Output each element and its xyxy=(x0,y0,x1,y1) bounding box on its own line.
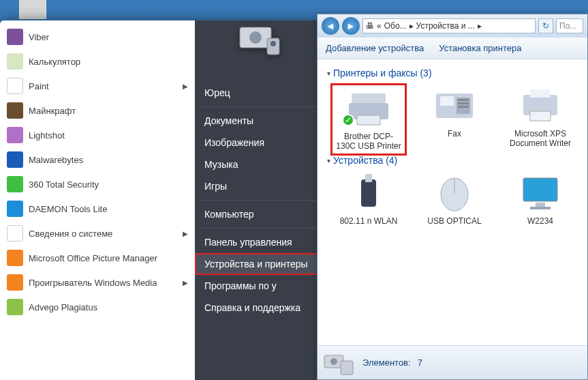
group-header[interactable]: ▾ Устройства (4) xyxy=(327,155,583,166)
svg-rect-17 xyxy=(365,174,372,182)
group-title: Устройства (4) xyxy=(333,155,397,166)
start-menu-item-label: Microsoft Office Picture Manager xyxy=(29,253,157,263)
app-icon xyxy=(7,250,23,266)
device-item[interactable]: W2234 xyxy=(504,173,576,226)
chevron-right-icon: ▸ xyxy=(409,21,414,31)
device-item[interactable]: ✓ Brother DCP-130C USB Printer xyxy=(332,85,405,154)
collapse-icon: ▾ xyxy=(327,157,330,164)
svg-rect-22 xyxy=(530,207,551,209)
nav-back-button[interactable]: ◄ xyxy=(322,17,339,35)
start-menu-item[interactable]: 360 Total Security xyxy=(1,172,194,196)
svg-point-24 xyxy=(330,358,337,365)
start-menu-place[interactable]: Программы по у xyxy=(195,275,322,297)
start-menu-item[interactable]: Paint ▶ xyxy=(1,74,194,98)
start-menu-item[interactable]: DAEMON Tools Lite xyxy=(1,196,194,221)
devices-folder-icon xyxy=(323,350,356,376)
separator xyxy=(200,106,316,107)
search-input[interactable]: По... xyxy=(556,18,583,33)
start-menu-place[interactable]: Изображения xyxy=(195,132,322,154)
app-icon xyxy=(7,274,23,291)
start-menu-item[interactable]: Сведения о системе ▶ xyxy=(1,221,194,246)
status-bar: Элементов: 7 xyxy=(318,345,587,379)
submenu-arrow-icon: ▶ xyxy=(183,230,188,237)
start-menu-item-label: 360 Total Security xyxy=(29,179,99,190)
start-menu-item[interactable]: Lightshot xyxy=(1,123,194,147)
addr-seg[interactable]: Обо... xyxy=(384,21,407,31)
svg-rect-20 xyxy=(523,178,557,201)
app-icon xyxy=(7,102,23,119)
start-menu-item-label: Malwarebytes xyxy=(29,155,83,165)
user-picture-icon xyxy=(234,20,282,59)
start-menu-item[interactable]: Проигрыватель Windows Media ▶ xyxy=(1,270,194,295)
svg-rect-25 xyxy=(341,361,353,375)
start-menu-place[interactable]: Игры xyxy=(195,175,322,197)
separator xyxy=(200,200,316,201)
explorer-window: ◄ ► 🖶 « Обо... ▸ Устройства и ... ▸ ↻ По… xyxy=(317,14,588,380)
submenu-arrow-icon: ▶ xyxy=(183,279,188,287)
device-item[interactable]: 802.11 n WLAN xyxy=(332,173,405,226)
addr-seg[interactable]: « xyxy=(377,21,382,31)
svg-rect-15 xyxy=(530,111,551,121)
start-menu-item[interactable]: Advego Plagiatus xyxy=(1,295,194,319)
status-count: 7 xyxy=(418,357,422,368)
start-menu-item-label: Майнкрафт xyxy=(29,106,76,116)
app-icon xyxy=(7,53,23,70)
start-menu-programs: Viber Калькулятор Paint ▶ Майнкрафт Ligh… xyxy=(0,20,195,380)
toolbar-install-printer[interactable]: Установка принтера xyxy=(439,43,521,53)
start-menu-item-label: Advego Plagiatus xyxy=(29,302,97,312)
app-icon xyxy=(7,151,23,168)
start-menu-place[interactable]: Панель управления xyxy=(195,231,322,253)
device-item[interactable]: Fax xyxy=(418,85,491,154)
start-menu-devices-printers[interactable]: Устройства и принтеры xyxy=(195,253,322,275)
address-bar[interactable]: 🖶 « Обо... ▸ Устройства и ... ▸ xyxy=(362,18,536,33)
start-menu-item-label: Paint xyxy=(29,81,49,91)
toolbar-add-device[interactable]: Добавление устройства xyxy=(326,43,424,53)
separator xyxy=(200,228,316,229)
start-menu-item[interactable]: Microsoft Office Picture Manager xyxy=(1,246,194,270)
nav-forward-button[interactable]: ► xyxy=(342,17,360,35)
start-menu-place[interactable]: Юрец xyxy=(195,82,322,104)
app-icon xyxy=(7,29,23,45)
addr-seg[interactable]: Устройства и ... xyxy=(416,21,475,31)
device-item[interactable]: USB OPTICAL xyxy=(418,173,491,226)
search-placeholder: По... xyxy=(559,21,576,31)
svg-rect-21 xyxy=(536,203,545,207)
printer-virtual-icon xyxy=(516,85,564,126)
device-grid: 802.11 n WLAN USB OPTICAL W2234 xyxy=(322,173,583,226)
refresh-button[interactable]: ↻ xyxy=(538,18,553,33)
start-menu-item-label: Проигрыватель Windows Media xyxy=(29,278,157,288)
start-menu-item[interactable]: Malwarebytes xyxy=(1,147,194,172)
start-menu-place[interactable]: Музыка xyxy=(195,154,322,175)
svg-rect-12 xyxy=(458,106,469,108)
start-menu-place[interactable]: Документы xyxy=(195,110,322,132)
start-menu-places: ЮрецДокументыИзображенияМузыкаИгрыКомпью… xyxy=(195,20,322,380)
svg-point-1 xyxy=(249,31,262,44)
start-menu-item-label: Калькулятор xyxy=(29,57,80,67)
device-item[interactable]: Microsoft XPS Document Writer xyxy=(504,85,576,154)
device-label: USB OPTICAL xyxy=(418,216,491,226)
monitor-icon xyxy=(516,173,564,214)
app-icon xyxy=(7,127,23,143)
mouse-icon xyxy=(431,173,478,214)
default-check-icon: ✓ xyxy=(342,114,354,126)
start-menu-place[interactable]: Компьютер xyxy=(195,203,322,225)
submenu-arrow-icon: ▶ xyxy=(183,83,188,90)
start-menu-item-label: Lightshot xyxy=(29,130,65,141)
start-menu-item-label: DAEMON Tools Lite xyxy=(29,204,107,214)
device-label: 802.11 n WLAN xyxy=(332,216,405,226)
device-label: Fax xyxy=(418,129,491,138)
start-menu-item[interactable]: Viber xyxy=(1,25,194,49)
control-panel-icon: 🖶 xyxy=(366,21,374,31)
computer-icon xyxy=(19,0,46,19)
start-menu-item[interactable]: Майнкрафт xyxy=(1,98,194,123)
start-menu-item[interactable]: Калькулятор xyxy=(1,49,194,74)
svg-rect-8 xyxy=(440,96,454,106)
group-header[interactable]: ▾ Принтеры и факсы (3) xyxy=(327,68,583,78)
svg-rect-16 xyxy=(361,179,376,207)
svg-rect-6 xyxy=(357,115,380,125)
device-label: W2234 xyxy=(504,216,576,226)
explorer-content: ▾ Принтеры и факсы (3) ✓ Brother DCP-130… xyxy=(318,59,587,345)
app-icon xyxy=(7,201,23,217)
device-label: Microsoft XPS Document Writer xyxy=(504,129,576,148)
start-menu-place[interactable]: Справка и поддержка xyxy=(195,297,322,319)
